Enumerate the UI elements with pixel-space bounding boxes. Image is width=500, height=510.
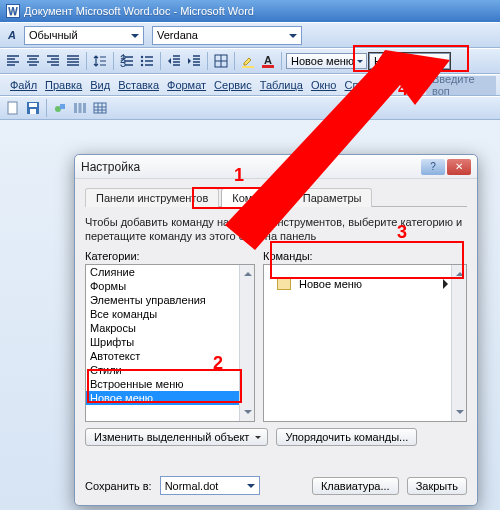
increase-indent-icon[interactable] <box>185 52 203 70</box>
font-combo[interactable]: Verdana <box>152 26 302 45</box>
drawing-icon[interactable] <box>51 99 69 117</box>
titlebar-text: Документ Microsoft Word.doc - Microsoft … <box>24 5 254 17</box>
svg-point-4 <box>141 56 143 58</box>
svg-text:A: A <box>264 54 272 66</box>
keyboard-button[interactable]: Клавиатура... <box>312 477 399 495</box>
align-center-icon[interactable] <box>24 52 42 70</box>
save-icon[interactable] <box>24 99 42 117</box>
list-item[interactable]: Макросы <box>86 321 254 335</box>
svg-rect-11 <box>8 102 17 114</box>
svg-rect-17 <box>74 103 77 113</box>
commands-listbox[interactable]: Новое меню <box>263 264 467 422</box>
formatting-toolbar-2: 123 A Новое меню Новое меню <box>0 48 500 74</box>
svg-rect-20 <box>94 103 106 113</box>
list-item[interactable]: Встроенные меню <box>86 377 254 391</box>
list-item[interactable]: Все команды <box>86 307 254 321</box>
menu-format[interactable]: Формат <box>167 79 206 91</box>
numbered-list-icon[interactable]: 123 <box>118 52 136 70</box>
list-item-selected[interactable]: Новое меню <box>86 391 254 405</box>
menu-file[interactable]: Файл <box>10 79 37 91</box>
style-prefix-icon[interactable]: A <box>4 26 22 44</box>
titlebar: W Документ Microsoft Word.doc - Microsof… <box>0 0 500 22</box>
menu-folder-icon <box>277 278 291 290</box>
drag-command-item[interactable]: Новое меню <box>268 271 462 297</box>
dialog-title: Настройка <box>81 160 419 174</box>
save-in-combo[interactable]: Normal.dot <box>160 476 260 495</box>
menu-insert[interactable]: Вставка <box>118 79 159 91</box>
menu-edit[interactable]: Правка <box>45 79 82 91</box>
dialog-footer: Сохранить в: Normal.dot Клавиатура... За… <box>85 476 467 495</box>
new-menu-button-1[interactable]: Новое меню <box>286 53 367 69</box>
dialog-titlebar[interactable]: Настройка ? ✕ <box>75 155 477 179</box>
table-icon[interactable] <box>91 99 109 117</box>
standard-toolbar <box>0 96 500 120</box>
svg-rect-8 <box>242 66 254 68</box>
highlight-icon[interactable] <box>239 52 257 70</box>
change-selected-dropdown[interactable]: Изменить выделенный объект <box>85 428 268 446</box>
categories-listbox[interactable]: Слияние Формы Элементы управления Все ко… <box>85 264 255 422</box>
separator <box>207 52 208 70</box>
formatting-toolbar-1: A Обычный Verdana <box>0 22 500 48</box>
dialog-help-button[interactable]: ? <box>421 159 445 175</box>
list-item[interactable]: Элементы управления <box>86 293 254 307</box>
separator <box>234 52 235 70</box>
reorder-commands-button[interactable]: Упорядочить команды... <box>276 428 417 446</box>
scrollbar[interactable] <box>239 265 254 421</box>
separator <box>46 99 47 117</box>
borders-icon[interactable] <box>212 52 230 70</box>
menu-view[interactable]: Вид <box>90 79 110 91</box>
menu-help[interactable]: Справка <box>344 79 387 91</box>
separator <box>160 52 161 70</box>
bulleted-list-icon[interactable] <box>138 52 156 70</box>
ask-question-box[interactable]: Введите воп <box>426 76 496 95</box>
list-item[interactable]: Слияние <box>86 265 254 279</box>
columns-icon[interactable] <box>71 99 89 117</box>
menu-tools[interactable]: Сервис <box>214 79 252 91</box>
decrease-indent-icon[interactable] <box>165 52 183 70</box>
svg-text:A: A <box>7 29 16 41</box>
annotation-number-3: 3 <box>397 222 407 243</box>
dialog-tabs: Панели инструментов Команды Параметры <box>85 187 467 207</box>
svg-rect-13 <box>29 103 37 107</box>
commands-label: Команды: <box>263 250 467 262</box>
tab-commands[interactable]: Команды <box>221 188 290 207</box>
list-item[interactable]: Стили <box>86 363 254 377</box>
separator <box>113 52 114 70</box>
line-spacing-icon[interactable] <box>91 52 109 70</box>
style-combo[interactable]: Обычный <box>24 26 144 45</box>
svg-point-5 <box>141 60 143 62</box>
font-color-icon[interactable]: A <box>259 52 277 70</box>
annotation-number-4: 4 <box>398 79 408 100</box>
new-menu-button-2[interactable]: Новое меню <box>369 53 450 69</box>
scrollbar[interactable] <box>451 265 466 421</box>
menu-bar: Файл Правка Вид Вставка Формат Сервис Та… <box>0 74 500 96</box>
dialog-body: Панели инструментов Команды Параметры Чт… <box>75 179 477 452</box>
svg-text:3: 3 <box>120 57 126 68</box>
categories-label: Категории: <box>85 250 255 262</box>
tab-toolbars[interactable]: Панели инструментов <box>85 188 219 207</box>
svg-point-6 <box>141 64 143 66</box>
tab-options[interactable]: Параметры <box>292 188 373 207</box>
drag-command-label: Новое меню <box>299 278 362 290</box>
list-item[interactable]: Шрифты <box>86 335 254 349</box>
customize-dialog: Настройка ? ✕ Панели инструментов Команд… <box>74 154 478 506</box>
dialog-close-button[interactable]: ✕ <box>447 159 471 175</box>
new-doc-icon[interactable] <box>4 99 22 117</box>
align-right-icon[interactable] <box>44 52 62 70</box>
menu-table[interactable]: Таблица <box>260 79 303 91</box>
save-in-label: Сохранить в: <box>85 480 152 492</box>
svg-rect-16 <box>60 104 65 109</box>
annotation-number-2: 2 <box>213 353 223 374</box>
menu-window[interactable]: Окно <box>311 79 337 91</box>
separator <box>281 52 282 70</box>
separator <box>86 52 87 70</box>
align-left-icon[interactable] <box>4 52 22 70</box>
close-button[interactable]: Закрыть <box>407 477 467 495</box>
svg-rect-14 <box>30 109 36 114</box>
word-doc-icon: W <box>6 4 20 18</box>
svg-rect-18 <box>79 103 82 113</box>
list-item[interactable]: Автотекст <box>86 349 254 363</box>
align-justify-icon[interactable] <box>64 52 82 70</box>
list-item[interactable]: Формы <box>86 279 254 293</box>
svg-rect-19 <box>83 103 86 113</box>
